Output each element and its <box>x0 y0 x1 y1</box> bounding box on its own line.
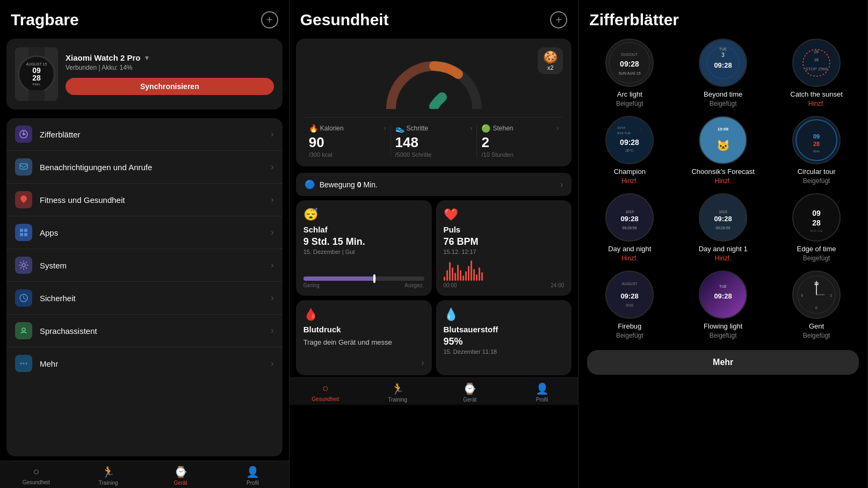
mehr-button[interactable]: Mehr <box>587 350 859 375</box>
schritte-icon: 👟 <box>395 124 404 133</box>
svg-point-13 <box>22 328 25 331</box>
wf-flowing-light[interactable]: TUE 09:28 Flowing light Beigefügt <box>681 271 765 339</box>
kalorien-sub: /300 kcal <box>309 151 386 158</box>
puls-label-min: 00:00 <box>444 282 457 288</box>
card-schlaf[interactable]: 😴 Schlaf 9 Std. 15 Min. 15. Dezember | G… <box>296 200 432 296</box>
fitness-icon <box>15 191 32 208</box>
nav2-training[interactable]: 🏃 Training <box>361 382 433 403</box>
nav2-profil-icon: 👤 <box>536 382 549 395</box>
panel2-add-button[interactable]: + <box>550 11 567 28</box>
wf-gent[interactable]: 12 3 6 9 Gent Beigefügt <box>774 271 859 339</box>
menu-item-system[interactable]: System › <box>6 249 283 282</box>
apps-label: Apps <box>40 228 271 237</box>
nav1-training[interactable]: 🏃 Training <box>72 465 144 486</box>
stat-kalorien[interactable]: 🔥 Kalorien › 90 /300 kcal <box>305 124 390 158</box>
svg-text:09:28: 09:28 <box>714 61 732 69</box>
svg-line-6 <box>24 165 27 167</box>
menu-item-mehr[interactable]: Mehr › <box>6 347 283 380</box>
svg-text:09: 09 <box>812 209 821 217</box>
menu-item-sicherheit[interactable]: Sicherheit › <box>6 282 283 315</box>
menu-item-fitness[interactable]: Fitness und Gesundheit › <box>6 184 283 216</box>
system-chevron: › <box>271 260 273 270</box>
pulse-bar-4 <box>452 267 453 281</box>
nav1-profil[interactable]: 👤 Profil <box>216 465 288 486</box>
wf-status-sunset: Hinzf. <box>808 100 825 107</box>
wf-status-day-night1: Hinzf. <box>715 254 732 262</box>
card-puls[interactable]: ❤️ Puls 76 BPM 15.12. 12:17 <box>436 200 572 296</box>
wf-name-gent: Gent <box>809 322 824 330</box>
wf-name-champion: Champion <box>614 167 646 176</box>
nav2-profil[interactable]: 👤 Profil <box>506 382 578 403</box>
wf-circular-tour[interactable]: 09 28 80% Circular tour Beigefügt <box>774 116 859 185</box>
wf-beyond-time[interactable]: TUE 3 09:28 Beyond time Beigefügt <box>681 39 765 107</box>
menu-item-benachrichtigungen[interactable]: Benachrichtigungen und Anrufe › <box>6 151 283 184</box>
svg-text:09:28: 09:28 <box>620 60 639 68</box>
wf-status-arc-light: Beigefügt <box>616 100 643 107</box>
svg-text:6: 6 <box>815 306 818 310</box>
nav2-training-label: Training <box>388 397 407 403</box>
pulse-bar-5 <box>454 273 456 281</box>
panel3-header: Zifferblätter <box>578 0 867 34</box>
stat-schritte[interactable]: 👟 Schritte › 148 /5000 Schritte <box>390 124 477 158</box>
watch-face: AUGUST 15 09 28 FEEL <box>18 55 55 93</box>
puls-icon: ❤️ <box>444 208 565 222</box>
blutdruck-sub: Trage dein Gerät und messe <box>303 338 424 346</box>
wf-img-sunset: 09 28 STOP 2566 <box>792 39 841 87</box>
movement-row[interactable]: 🔵 Bewegung 0 Min. › <box>296 173 572 196</box>
menu-item-sprachassistent[interactable]: Sprachassistent › <box>6 315 283 347</box>
mehr-icon <box>15 355 32 372</box>
card-blutdruck[interactable]: 🩸 Blutdruck Trage dein Gerät und messe › <box>296 300 432 375</box>
wf-status-circular: Beigefügt <box>803 177 830 185</box>
wf-name-arc-light: Arc light <box>617 90 642 98</box>
sprachassistent-chevron: › <box>271 326 273 336</box>
panel3-title: Zifferblätter <box>589 11 679 29</box>
svg-text:AUGUST: AUGUST <box>622 282 638 286</box>
nav2-gerat[interactable]: ⌚ Gerät <box>434 382 506 403</box>
panel1-add-button[interactable]: + <box>261 11 278 28</box>
schritte-arrow: › <box>470 125 472 132</box>
nav1-gerat-icon: ⌚ <box>174 465 187 478</box>
svg-text:→: → <box>639 128 642 131</box>
schlaf-bar <box>303 276 424 281</box>
wf-catch-sunset[interactable]: 09 28 STOP 2566 Catch the sunset Hinzf. <box>774 39 859 107</box>
puls-value: 76 BPM <box>444 236 565 247</box>
wf-champion[interactable]: 19:54 8/16 TUE 09:28 35°C → Champion Hin… <box>587 116 672 185</box>
arc-visual <box>380 50 488 109</box>
nav2-gesundheit[interactable]: ○ Gesundheit <box>290 382 361 403</box>
svg-point-27 <box>793 40 840 86</box>
nav1-profil-icon: 👤 <box>246 465 259 478</box>
sync-button[interactable]: Synchronisieren <box>66 78 274 95</box>
puls-label-max: 24:00 <box>551 282 564 288</box>
nav1-gerat[interactable]: ⌚ Gerät <box>144 465 216 486</box>
watch-minute: 28 <box>32 74 41 82</box>
nav2-gesundheit-icon: ○ <box>322 382 329 395</box>
wf-img-edge: 09 28 80% 142 <box>792 193 841 242</box>
watchface-scroll[interactable]: DUGOUT 09:28 SUN AUG 15 Arc light Beigef… <box>578 34 867 488</box>
watch-image: AUGUST 15 09 28 FEEL <box>15 47 58 101</box>
pulse-bar-9 <box>465 271 467 281</box>
stehen-value: 2 <box>481 134 559 151</box>
wf-day-night1[interactable]: 1015 09:28 09:28:56 Day and night 1 Hinz… <box>681 193 765 262</box>
wf-choonsik[interactable]: 10:08 🐱 Choonsik's Forecast Hinzf. <box>681 116 765 185</box>
stat-stehen[interactable]: 🟢 Stehen › 2 /10 Stunden <box>476 124 563 158</box>
wf-img-flowing: TUE 09:28 <box>699 271 747 319</box>
wf-arc-light[interactable]: DUGOUT 09:28 SUN AUG 15 Arc light Beigef… <box>587 39 672 107</box>
device-info: Xiaomi Watch 2 Pro ▼ Verbunden | Akku: 1… <box>66 53 274 95</box>
wf-day-night[interactable]: 1015 09:28 09:28:56 Day and night Hinzf. <box>587 193 672 262</box>
kalorien-icon: 🔥 <box>309 124 318 133</box>
wf-firebug[interactable]: AUGUST 09:28 0/16 Firebug Beigefügt <box>587 271 672 339</box>
stehen-label: Stehen <box>493 125 513 132</box>
panel-zifferblatter: Zifferblätter DUGOUT 09:28 SUN AUG 15 Ar… <box>578 0 868 488</box>
nav2-training-icon: 🏃 <box>391 382 404 395</box>
menu-item-apps[interactable]: Apps › <box>6 216 283 249</box>
health-arc: 🍪 x2 <box>305 47 563 112</box>
menu-item-zifferblatter[interactable]: Zifferblätter › <box>6 118 283 151</box>
card-blutsauerstoff[interactable]: 💧 Blutsauerstoff 95% 15. Dezember 11:18 <box>436 300 572 375</box>
nav1-gesundheit-icon: ○ <box>33 465 39 478</box>
pulse-bar-10 <box>468 266 469 281</box>
nav1-gesundheit[interactable]: ○ Gesundheit <box>0 465 72 486</box>
health-cards-grid: 😴 Schlaf 9 Std. 15 Min. 15. Dezember | G… <box>296 200 572 375</box>
svg-text:80%: 80% <box>813 150 820 153</box>
wf-edge-time[interactable]: 09 28 80% 142 Edge of time Beigefügt <box>774 193 859 262</box>
mehr-chevron: › <box>271 359 273 368</box>
